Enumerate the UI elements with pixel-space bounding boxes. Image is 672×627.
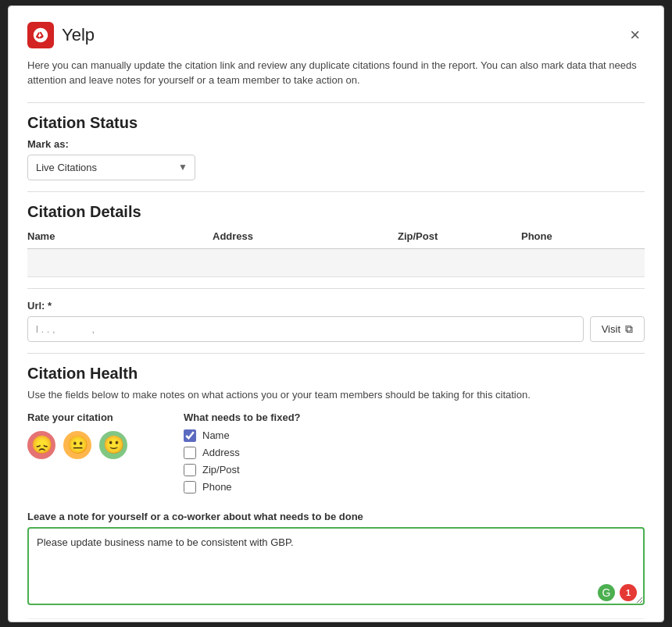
- grammarly-icon[interactable]: G: [598, 584, 615, 601]
- fix-label: What needs to be fixed?: [184, 411, 301, 423]
- modal-header: Yelp ×: [27, 22, 645, 48]
- fix-phone-item[interactable]: Phone: [184, 481, 301, 493]
- fix-zip-item[interactable]: Zip/Post: [184, 464, 301, 476]
- data-address: [213, 249, 398, 276]
- emoji-row: 😞 😐 🙂: [27, 431, 152, 459]
- url-input[interactable]: [27, 316, 584, 342]
- fix-name-item[interactable]: Name: [184, 429, 301, 442]
- status-select[interactable]: Live Citations Needs Attention Duplicate…: [27, 155, 195, 180]
- rate-label: Rate your citation: [27, 411, 152, 423]
- fix-section: What needs to be fixed? Name Address Zip…: [184, 411, 301, 498]
- visit-label: Visit: [602, 323, 620, 335]
- col-name: Name: [27, 227, 213, 245]
- status-divider: [27, 191, 645, 192]
- app-name: Yelp: [62, 25, 95, 45]
- fix-address-checkbox[interactable]: [184, 447, 196, 459]
- close-button[interactable]: ×: [625, 25, 645, 45]
- fix-name-checkbox[interactable]: [184, 429, 196, 442]
- url-section: Url: * Visit ⧉: [27, 300, 645, 342]
- modal-description: Here you can manually update the citatio…: [27, 58, 645, 88]
- col-phone: Phone: [521, 227, 645, 245]
- fix-address-label: Address: [202, 447, 240, 458]
- notification-count-icon[interactable]: 1: [620, 584, 637, 601]
- textarea-icons: G 1: [598, 584, 637, 601]
- citation-details-title: Citation Details: [27, 203, 645, 221]
- health-columns: Rate your citation 😞 😐 🙂 What needs to b…: [27, 411, 645, 498]
- fix-zip-label: Zip/Post: [202, 464, 240, 476]
- citation-health-section: Citation Health Use the fields below to …: [27, 365, 645, 607]
- url-label: Url: *: [27, 300, 645, 312]
- external-link-icon: ⧉: [625, 322, 633, 336]
- fix-address-item[interactable]: Address: [184, 447, 301, 459]
- modal-title-area: Yelp: [27, 22, 95, 48]
- fix-name-label: Name: [202, 429, 230, 441]
- data-name: [27, 249, 213, 276]
- data-zip: [398, 249, 521, 276]
- col-address: Address: [213, 227, 398, 245]
- url-divider: [27, 353, 645, 354]
- modal-container: Yelp × Here you can manually update the …: [8, 5, 664, 622]
- status-select-wrapper: Live Citations Needs Attention Duplicate…: [27, 155, 195, 180]
- citation-details-section: Citation Details Name Address Zip/Post P…: [27, 203, 645, 277]
- citation-status-section: Citation Status Mark as: Live Citations …: [27, 114, 645, 180]
- col-zip: Zip/Post: [398, 227, 521, 245]
- modal-overlay: Yelp × Here you can manually update the …: [0, 0, 672, 627]
- visit-button[interactable]: Visit ⧉: [590, 316, 645, 342]
- fix-zip-checkbox[interactable]: [184, 464, 196, 476]
- fix-phone-checkbox[interactable]: [184, 481, 196, 493]
- note-section: Leave a note for yourself or a co-worker…: [27, 511, 645, 607]
- citation-health-title: Citation Health: [27, 365, 645, 383]
- yelp-logo: [27, 22, 54, 48]
- details-divider: [27, 288, 645, 289]
- url-row: Visit ⧉: [27, 316, 645, 342]
- health-description: Use the fields below to make notes on wh…: [27, 389, 645, 401]
- note-label: Leave a note for yourself or a co-worker…: [27, 511, 645, 522]
- note-textarea[interactable]: Please update business name to be consis…: [27, 527, 645, 605]
- emoji-neutral-button[interactable]: 😐: [63, 431, 91, 459]
- data-phone: [521, 249, 645, 276]
- rate-section: Rate your citation 😞 😐 🙂: [27, 411, 152, 498]
- emoji-sad-button[interactable]: 😞: [27, 431, 55, 459]
- detail-data-row: [27, 249, 645, 277]
- footer-actions: Update Report Cancel: [27, 618, 645, 622]
- detail-header-row: Name Address Zip/Post Phone: [27, 227, 645, 249]
- header-divider: [27, 102, 645, 103]
- citation-status-title: Citation Status: [27, 114, 645, 132]
- fix-phone-label: Phone: [202, 481, 232, 493]
- mark-as-label: Mark as:: [27, 138, 645, 150]
- note-textarea-wrapper: Please update business name to be consis…: [27, 527, 645, 607]
- emoji-happy-button[interactable]: 🙂: [99, 431, 127, 459]
